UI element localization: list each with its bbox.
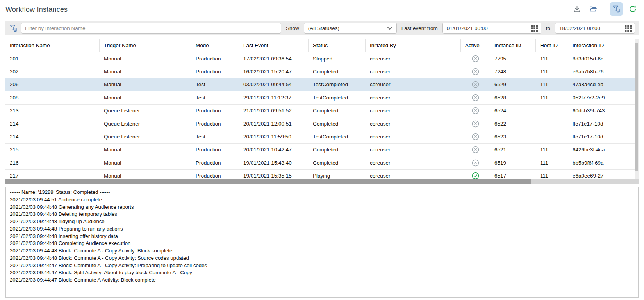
table-row[interactable]: 208ManualTest29/01/2021 11:12:37TestComp…: [5, 91, 639, 104]
status-select[interactable]: (All Statuses): [304, 23, 397, 34]
table-row[interactable]: 215ManualProduction20/01/2021 10:42:47Co…: [5, 144, 639, 156]
cell-trigger-name: Queue Listener: [100, 108, 191, 114]
cell-interaction-id: 6426be3f-4ca: [568, 147, 639, 153]
cell-instance-id: 6517: [490, 173, 536, 179]
column-header-mode[interactable]: Mode: [191, 39, 239, 52]
cell-instance-id: 7795: [490, 56, 536, 62]
table-row[interactable]: 214Queue ListenerProduction20/01/2021 12…: [5, 117, 639, 130]
cell-instance-id: 6522: [490, 121, 536, 127]
refresh-icon: [628, 5, 637, 13]
column-header-interaction-name[interactable]: Interaction Name: [5, 39, 100, 52]
table-row[interactable]: 201ManualProduction17/02/2021 09:36:54St…: [5, 52, 639, 65]
calendar-grid-icon[interactable]: [625, 25, 632, 32]
log-line: 2021/02/03 09:44:51 Audience complete: [10, 196, 634, 204]
column-header-initiated-by[interactable]: Initiated By: [366, 39, 461, 52]
cell-initiated-by: coreuser: [366, 173, 461, 179]
filter-bar: Show (All Statuses) Last event from 01/0…: [5, 21, 639, 35]
cell-interaction-name: 215: [5, 147, 100, 153]
open-folder-button[interactable]: [587, 2, 600, 16]
inactive-icon: [461, 68, 490, 75]
vertical-scrollbar[interactable]: [635, 39, 639, 179]
to-label: to: [545, 25, 551, 31]
log-line: 2021/02/03 09:44:47 Block: Split Activit…: [10, 269, 634, 277]
log-line: 2021/02/03 09:44:48 Preparing to run any…: [10, 225, 634, 233]
column-header-host-id[interactable]: Host ID: [536, 39, 568, 52]
cell-mode: Test: [191, 95, 239, 101]
cell-interaction-id: e6ab7b8b-76: [568, 69, 639, 75]
interaction-name-filter-input[interactable]: [21, 23, 281, 34]
column-header-last-event[interactable]: Last Event: [239, 39, 309, 52]
cell-status: TestCompleted: [309, 134, 366, 140]
cell-host-id: 111: [536, 95, 568, 101]
table-row[interactable]: 217ManualProduction19/01/2021 15:35:15Pl…: [5, 170, 639, 179]
cell-host-id: 111: [536, 160, 568, 166]
log-line: 2021/02/03 09:44:48 Inserting offer hist…: [10, 233, 634, 240]
table-row[interactable]: 202ManualProduction16/02/2021 15:20:47Co…: [5, 65, 639, 78]
horizontal-scrollbar[interactable]: [5, 179, 639, 184]
cell-trigger-name: Manual: [100, 160, 191, 166]
to-date-input[interactable]: 18/02/2021 00:00: [555, 23, 635, 34]
filter-toggle-button[interactable]: [610, 2, 623, 16]
cell-instance-id: 6523: [490, 134, 536, 140]
cell-host-id: 111: [536, 82, 568, 87]
cell-last-event: 20/01/2021 10:42:47: [239, 147, 309, 153]
column-header-instance-id[interactable]: Instance ID: [490, 39, 536, 52]
app-header: Workflow Instances: [0, 0, 644, 19]
log-line: 2021/02/03 09:44:48 Generating any Audie…: [10, 204, 634, 211]
cell-mode: Production: [191, 173, 239, 179]
cell-instance-id: 6521: [490, 147, 536, 153]
column-header-interaction-id[interactable]: Interaction ID: [568, 39, 639, 52]
cell-initiated-by: coreuser: [366, 134, 461, 140]
cell-status: Stopped: [309, 56, 366, 62]
horizontal-scrollbar-thumb[interactable]: [5, 179, 531, 184]
log-line: 2021/02/03 09:44:48 Block: Commute A - C…: [10, 255, 634, 262]
instance-log-panel: ------ Name: '13288' Status: Completed -…: [5, 187, 639, 298]
cell-interaction-name: 214: [5, 121, 100, 127]
cell-mode: Production: [191, 160, 239, 166]
from-date-input[interactable]: 01/01/2021 00:00: [442, 23, 541, 34]
vertical-scrollbar-thumb[interactable]: [635, 43, 638, 171]
cell-mode: Production: [191, 56, 239, 62]
cell-mode: Production: [191, 108, 239, 114]
cell-mode: Production: [191, 147, 239, 153]
chevron-down-icon: [387, 27, 392, 30]
cell-status: TestCompleted: [309, 95, 366, 101]
cell-initiated-by: coreuser: [366, 147, 461, 153]
cell-trigger-name: Queue Listener: [100, 134, 191, 140]
cell-interaction-name: 206: [5, 82, 100, 87]
refresh-button[interactable]: [626, 2, 639, 16]
column-header-active[interactable]: Active: [461, 39, 490, 52]
calendar-grid-icon[interactable]: [531, 25, 538, 32]
column-header-trigger-name[interactable]: Trigger Name: [100, 39, 191, 52]
active-icon: [461, 172, 490, 179]
cell-initiated-by: coreuser: [366, 160, 461, 166]
cell-status: TestCompleted: [309, 82, 366, 87]
log-line: 2021/02/03 09:44:47 Block: Commute A - C…: [10, 262, 634, 270]
cell-last-event: 16/02/2021 15:20:47: [239, 69, 309, 75]
table-row[interactable]: 214Queue ListenerTest20/01/2021 11:59:50…: [5, 130, 639, 143]
cell-status: Completed: [309, 69, 366, 75]
cell-initiated-by: coreuser: [366, 121, 461, 127]
cell-instance-id: 6519: [490, 160, 536, 166]
from-date-value: 01/01/2021 00:00: [447, 25, 488, 31]
table-row[interactable]: 216ManualProduction19/01/2021 15:43:40Co…: [5, 156, 639, 169]
cell-instance-id: 7248: [490, 69, 536, 75]
table-row[interactable]: 213Queue ListenerProduction21/01/2021 09…: [5, 105, 639, 117]
cell-last-event: 21/01/2021 09:51:52: [239, 108, 309, 114]
inactive-icon: [461, 107, 490, 114]
cell-trigger-name: Manual: [100, 56, 191, 62]
download-icon: [573, 5, 581, 13]
column-header-status[interactable]: Status: [309, 39, 366, 52]
cell-mode: Test: [191, 134, 239, 140]
cell-interaction-name: 216: [5, 160, 100, 166]
cell-trigger-name: Manual: [100, 95, 191, 101]
cell-interaction-name: 201: [5, 56, 100, 62]
table-row[interactable]: 206ManualTest03/02/2021 09:44:54TestComp…: [5, 78, 639, 91]
cell-last-event: 19/01/2021 15:43:40: [239, 160, 309, 166]
log-line: 2021/02/03 09:44:48 Completing Audience …: [10, 240, 634, 247]
cell-initiated-by: coreuser: [366, 56, 461, 62]
cell-last-event: 19/01/2021 15:35:15: [239, 173, 309, 179]
log-line: 2021/02/03 09:44:47 Block: Commute A Act…: [10, 277, 634, 284]
cell-interaction-id: bb5b9f6f-69a: [568, 160, 639, 166]
download-button[interactable]: [570, 2, 583, 16]
